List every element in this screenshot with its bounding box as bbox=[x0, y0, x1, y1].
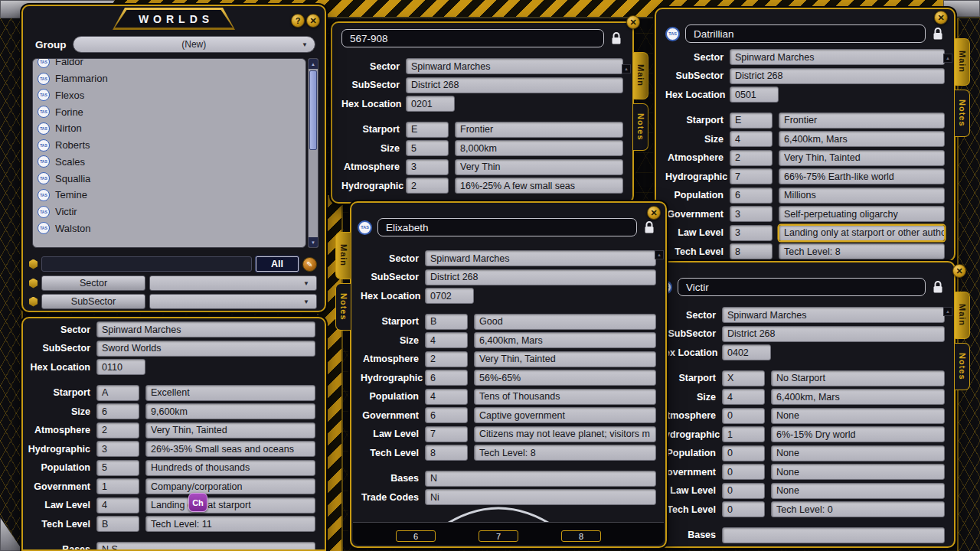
list-item-world[interactable]: TASVictir bbox=[38, 204, 305, 220]
hex-column-number-tab[interactable]: 6 bbox=[396, 530, 436, 542]
field-input[interactable]: Spinward Marches bbox=[96, 321, 315, 337]
field-input[interactable]: 1 bbox=[722, 426, 765, 442]
tab-notes[interactable]: Notes bbox=[335, 283, 351, 331]
field-input[interactable]: District 268 bbox=[730, 68, 945, 84]
field-input[interactable]: Tech Level: 0 bbox=[771, 501, 945, 517]
field-input[interactable]: None bbox=[771, 464, 945, 480]
field-input[interactable]: None bbox=[771, 483, 945, 499]
all-button[interactable]: All bbox=[256, 256, 299, 272]
list-item-world[interactable]: TASFaldor bbox=[38, 58, 305, 70]
field-input[interactable]: 0 bbox=[722, 464, 765, 480]
field-input[interactable]: 6,400km, Mars bbox=[779, 131, 945, 147]
close-icon[interactable]: ✕ bbox=[626, 15, 640, 29]
field-input[interactable]: Hundreds of thousands bbox=[145, 460, 315, 476]
hex-column-number-tab[interactable]: 8 bbox=[561, 530, 601, 542]
subsector-filter-label[interactable]: SubSector bbox=[41, 294, 145, 309]
list-item-world[interactable]: TASScales bbox=[38, 154, 305, 171]
list-item-world[interactable]: TASNirton bbox=[38, 120, 305, 137]
field-input[interactable]: 3 bbox=[96, 441, 139, 457]
field-input[interactable]: Self-perpetuating oligarchy bbox=[779, 206, 945, 222]
field-input[interactable]: None bbox=[771, 445, 945, 461]
field-input[interactable]: 6 bbox=[96, 403, 139, 419]
close-icon[interactable]: ✕ bbox=[934, 11, 948, 24]
field-input[interactable]: 4 bbox=[96, 497, 139, 514]
field-input[interactable]: Very Thin, Tainted bbox=[145, 422, 315, 439]
group-select[interactable]: (New) ▼ bbox=[73, 36, 316, 53]
field-input[interactable]: District 268 bbox=[406, 77, 623, 93]
world-name-input[interactable]: Datrillian bbox=[685, 24, 926, 43]
field-input[interactable]: E bbox=[406, 122, 449, 138]
field-input[interactable]: Captive government bbox=[474, 407, 656, 423]
tab-notes[interactable]: Notes bbox=[633, 103, 648, 151]
tab-main[interactable]: Main bbox=[955, 292, 970, 339]
world-name-input[interactable]: Victir bbox=[678, 278, 926, 296]
field-input[interactable]: Millions bbox=[779, 187, 945, 204]
scroll-up-button[interactable]: ▲ bbox=[943, 54, 952, 63]
field-input[interactable]: 7 bbox=[425, 426, 468, 442]
field-input[interactable]: Landing only at starport or other autho bbox=[779, 225, 945, 241]
field-input[interactable]: 4 bbox=[730, 131, 773, 147]
field-input[interactable]: None bbox=[771, 408, 945, 424]
field-input[interactable]: 6%-15% Dry world bbox=[771, 426, 945, 442]
field-input[interactable]: 2 bbox=[96, 422, 139, 439]
field-input[interactable]: Spinward Marches bbox=[425, 250, 656, 266]
field-input[interactable]: 3 bbox=[730, 225, 773, 241]
field-input[interactable]: Tech Level: 8 bbox=[779, 243, 945, 259]
field-input[interactable]: 3 bbox=[406, 159, 449, 175]
lock-icon[interactable] bbox=[609, 30, 623, 47]
field-input[interactable]: 4 bbox=[425, 332, 468, 348]
field-input[interactable]: 8,000km bbox=[455, 140, 623, 156]
list-item-world[interactable]: TASForine bbox=[38, 103, 305, 120]
field-input[interactable]: Very Thin, Tainted bbox=[779, 150, 945, 166]
field-input[interactable]: 6 bbox=[730, 187, 773, 204]
field-input[interactable]: No Starport bbox=[771, 370, 945, 386]
field-input[interactable]: 0402 bbox=[722, 344, 771, 360]
subsector-filter-select[interactable]: ▼ bbox=[149, 294, 317, 309]
field-input[interactable]: Excellent bbox=[145, 385, 315, 401]
field-input[interactable]: 9,600km bbox=[145, 403, 315, 419]
scroll-up-icon[interactable]: ▲ bbox=[309, 59, 318, 69]
field-input[interactable]: 0501 bbox=[730, 86, 779, 103]
field-input[interactable]: 6,400km, Mars bbox=[771, 389, 945, 405]
field-input[interactable]: 6,400km, Mars bbox=[474, 332, 656, 348]
filter-input[interactable] bbox=[41, 256, 252, 272]
field-input[interactable]: A bbox=[96, 385, 139, 401]
field-input[interactable]: 16%-25% A few small seas bbox=[455, 178, 623, 194]
field-input[interactable]: Frontier bbox=[455, 122, 623, 138]
sector-filter-label[interactable]: Sector bbox=[41, 276, 145, 291]
field-input[interactable]: 8 bbox=[730, 243, 773, 259]
world-name-input[interactable]: 567-908 bbox=[341, 29, 604, 47]
field-input[interactable]: E bbox=[730, 112, 773, 129]
field-input[interactable]: Tech Level: 8 bbox=[474, 445, 656, 461]
tab-main[interactable]: Main bbox=[335, 232, 351, 279]
close-icon[interactable]: ✕ bbox=[306, 14, 320, 28]
tab-main[interactable]: Main bbox=[633, 52, 648, 99]
field-input[interactable]: 0 bbox=[722, 408, 765, 424]
field-input[interactable]: District 268 bbox=[425, 269, 656, 285]
edit-pencil-icon[interactable]: ✎ bbox=[302, 257, 317, 272]
field-input[interactable]: 6 bbox=[425, 407, 468, 423]
field-input[interactable]: 66%-75% Earth-like world bbox=[779, 168, 945, 184]
field-input[interactable]: Frontier bbox=[779, 112, 945, 129]
field-input[interactable]: 2 bbox=[406, 178, 449, 194]
list-item-world[interactable]: TASTemine bbox=[38, 187, 305, 204]
field-input[interactable]: Very Thin, Tainted bbox=[474, 351, 656, 367]
scroll-up-button[interactable]: ▲ bbox=[622, 64, 631, 73]
field-input[interactable] bbox=[722, 527, 945, 543]
field-input[interactable]: Ni bbox=[425, 489, 656, 505]
field-input[interactable]: 2 bbox=[730, 150, 773, 166]
field-input[interactable]: 4 bbox=[722, 389, 765, 405]
field-input[interactable]: 0702 bbox=[425, 288, 474, 304]
worlds-list-scrollbar[interactable]: ▲ ▼ bbox=[308, 58, 318, 248]
field-input[interactable]: 0110 bbox=[96, 359, 145, 375]
field-input[interactable]: 7 bbox=[730, 168, 773, 184]
field-input[interactable]: Very Thin bbox=[455, 159, 623, 175]
field-input[interactable]: Spinward Marches bbox=[406, 58, 623, 74]
field-input[interactable]: 0 bbox=[722, 483, 765, 499]
list-item-world[interactable]: TASWalston bbox=[38, 220, 305, 237]
field-input[interactable]: 3 bbox=[730, 206, 773, 222]
field-input[interactable]: Company/corporation bbox=[145, 478, 315, 494]
field-input[interactable]: Landing only at starport bbox=[145, 497, 315, 514]
field-input[interactable]: Tens of Thousands bbox=[474, 389, 656, 405]
close-icon[interactable]: ✕ bbox=[647, 206, 661, 220]
